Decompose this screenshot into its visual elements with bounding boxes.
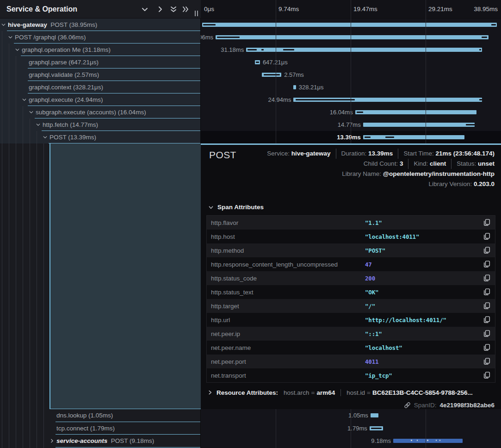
span-duration-label: 13.39ms xyxy=(337,131,360,143)
copy-icon[interactable] xyxy=(483,233,491,240)
chevron-down-icon[interactable] xyxy=(8,35,13,40)
attribute-key: net.transport xyxy=(211,372,365,379)
span-row-subgraph-execute-accounts[interactable]: subgraph.execute (accounts) (16.04ms) xyxy=(0,106,200,118)
span-row-label: hive-gateway POST (38.95ms) xyxy=(8,19,97,31)
overview-field-value: 3 xyxy=(400,160,403,167)
copy-icon[interactable] xyxy=(483,372,491,379)
child-span-mark xyxy=(385,137,395,138)
chevron-down-icon[interactable] xyxy=(43,135,48,140)
copy-icon[interactable] xyxy=(483,302,491,310)
indent-guide xyxy=(43,143,44,448)
indent-guide xyxy=(16,106,16,118)
indent-guide xyxy=(23,118,23,131)
span-tree-panel: Service & Operation hive-gateway POST (3… xyxy=(0,0,201,448)
span-bar[interactable] xyxy=(355,110,476,114)
span-row-label: service-accounts POST (9.18ms) xyxy=(56,435,154,447)
indent-guide xyxy=(23,143,23,448)
copy-icon[interactable] xyxy=(483,274,491,282)
chevron-down-icon[interactable] xyxy=(140,5,149,14)
span-row-post-client[interactable]: POST (13.39ms) xyxy=(0,131,200,143)
span-bar[interactable] xyxy=(371,413,378,417)
overview-field-value: @opentelemetry/instrumentation-http xyxy=(383,170,495,177)
indent-guide xyxy=(2,56,2,68)
attribute-key: http.response_content_length_uncompresse… xyxy=(211,261,365,268)
overview-field-label: Library Name: xyxy=(342,170,383,177)
span-row-label: subgraph.execute (accounts) (16.04ms) xyxy=(36,106,146,118)
indent-guide xyxy=(9,68,9,81)
timeline-tick-label: 9.74ms xyxy=(278,0,299,19)
selected-span-detail-spacer xyxy=(49,143,201,409)
copy-icon[interactable] xyxy=(483,330,491,337)
span-bar[interactable] xyxy=(216,35,489,39)
span-row-service-accounts-post[interactable]: service-accounts POST (9.18ms) xyxy=(0,435,200,448)
span-row-tcp-connect[interactable]: tcp.connect (1.79ms) xyxy=(0,422,200,435)
span-bar[interactable] xyxy=(202,23,497,27)
span-tree-header: Service & Operation xyxy=(0,0,201,19)
copy-icon[interactable] xyxy=(483,261,491,268)
attribute-row: http.response_content_length_uncompresse… xyxy=(207,257,495,271)
indent-guide xyxy=(16,118,16,131)
service-operation-title: Service & Operation xyxy=(6,0,77,19)
double-chevron-right-icon[interactable] xyxy=(181,5,190,14)
span-row-hive-gateway-post[interactable]: hive-gateway POST (38.95ms) xyxy=(0,19,200,31)
attribute-value: "POST" xyxy=(365,247,385,254)
span-row-label: POST /graphql (36.06ms) xyxy=(15,31,86,44)
copy-icon[interactable] xyxy=(483,344,491,351)
indent-guide xyxy=(2,143,2,448)
span-detail-title: POST xyxy=(209,149,236,161)
indent-guide xyxy=(16,93,16,106)
resource-attributes-row[interactable]: Resource Attributes: host.arch=arm64host… xyxy=(207,387,473,398)
span-duration-label: 2.57ms xyxy=(284,68,304,81)
indent-guide xyxy=(9,118,9,131)
chevron-down-icon[interactable] xyxy=(1,22,6,27)
attribute-key: http.flavor xyxy=(211,219,365,226)
child-span-mark xyxy=(466,124,475,125)
child-span-mark xyxy=(261,49,264,50)
span-row-graphql-execute[interactable]: graphql.execute (24.94ms) xyxy=(0,93,200,106)
child-span-mark xyxy=(439,440,440,441)
chevron-down-icon[interactable] xyxy=(29,110,34,115)
copy-icon[interactable] xyxy=(483,219,491,226)
child-span-mark xyxy=(417,440,418,441)
chevron-down-icon[interactable] xyxy=(36,122,41,127)
copy-icon[interactable] xyxy=(483,288,491,296)
span-row-graphql-parse[interactable]: graphql.parse (647.21μs) xyxy=(0,56,200,68)
chevron-down-icon[interactable] xyxy=(22,97,27,102)
span-duration-label: 328.21μs xyxy=(299,81,324,93)
overview-field-value: unset xyxy=(478,160,495,167)
chevron-down-icon[interactable] xyxy=(15,47,20,52)
span-row-label: POST (13.39ms) xyxy=(49,131,96,143)
span-row-graphql-context[interactable]: graphql.context (328.21μs) xyxy=(0,81,200,93)
child-span-mark xyxy=(256,62,259,63)
overview-field-label: Child Count: xyxy=(364,160,400,167)
span-row-label: graphql.execute (24.94ms) xyxy=(29,93,103,106)
row-border xyxy=(56,447,200,448)
child-span-mark xyxy=(411,440,413,441)
span-row-http-fetch[interactable]: http.fetch (14.77ms) xyxy=(0,118,200,131)
span-bar[interactable] xyxy=(363,135,464,139)
resource-attributes-label: Resource Attributes: xyxy=(216,389,278,396)
link-icon[interactable] xyxy=(404,402,411,409)
chevron-right-icon[interactable] xyxy=(49,438,55,443)
indent-guide xyxy=(16,131,16,143)
span-bar[interactable] xyxy=(363,123,475,127)
timeline-tick-label: 19.47ms xyxy=(353,0,377,19)
span-bar[interactable] xyxy=(246,48,482,52)
resource-attribute-pair: host.id=BC62E13B-C4CC-5854-9788-256... xyxy=(340,389,473,396)
span-row-graphql-validate[interactable]: graphql.validate (2.57ms) xyxy=(0,68,200,81)
span-bar[interactable] xyxy=(293,85,296,89)
span-row-dns-lookup[interactable]: dns.lookup (1.05ms) xyxy=(0,409,200,422)
panel-resize-grip[interactable] xyxy=(195,11,199,16)
span-row-graphql-operation-me[interactable]: graphql.operation Me (31.18ms) xyxy=(0,44,200,56)
overview-field: Start Time: 21ms (23:56:48.174) xyxy=(398,149,495,159)
span-attributes-section-header[interactable]: Span Attributes xyxy=(208,204,264,211)
copy-icon[interactable] xyxy=(483,316,491,324)
double-chevron-down-icon[interactable] xyxy=(169,5,178,14)
child-span-mark xyxy=(479,49,482,50)
span-row-post-graphql[interactable]: POST /graphql (36.06ms) xyxy=(0,31,200,44)
chevron-right-icon[interactable] xyxy=(155,5,165,14)
attribute-value: 200 xyxy=(365,275,375,282)
copy-icon[interactable] xyxy=(483,358,491,365)
copy-icon[interactable] xyxy=(483,247,491,254)
equals-sign: = xyxy=(311,389,315,396)
